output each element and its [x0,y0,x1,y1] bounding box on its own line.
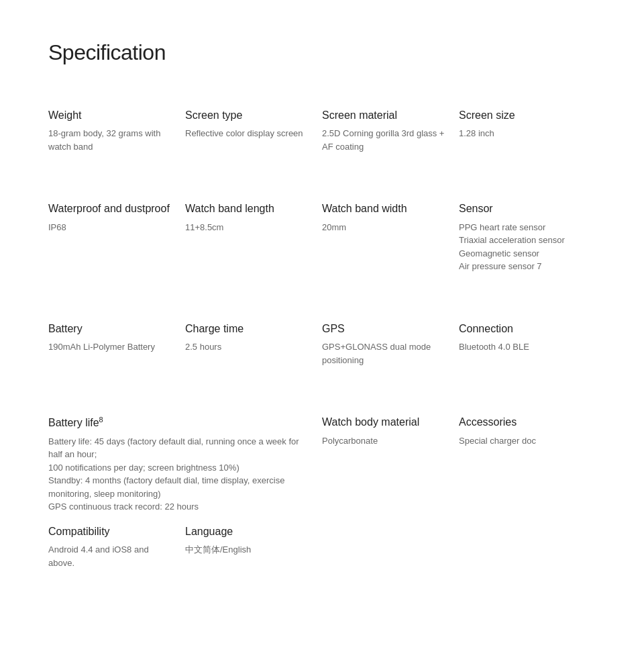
spec-band-width-value: 20mm [322,221,448,234]
spec-weight: Weight 18-gram body, 32 grams with watch… [48,97,185,169]
spec-screen-type: Screen type Reflective color display scr… [185,97,322,169]
spec-screen-type-label: Screen type [185,108,311,123]
spec-watch-material-value: Polycarbonate [322,434,448,448]
spec-row-2: Waterproof and dustproof IP68 Watch band… [48,191,596,289]
spec-weight-label: Weight [48,108,174,123]
spec-charge-time-label: Charge time [185,322,311,336]
spec-row-1: Weight 18-gram body, 32 grams with watch… [48,97,596,169]
spec-waterproof-label: Waterproof and dustproof [48,201,174,216]
spec-band-length-label: Watch band length [185,201,311,216]
spec-sensor-value-3: Geomagnetic sensor [459,247,585,260]
spec-battery-label: Battery [48,322,174,336]
spec-band-width-label: Watch band width [322,201,448,216]
spec-sensor: Sensor PPG heart rate sensor Triaxial ac… [459,191,596,289]
spec-weight-value: 18-gram body, 32 grams with watch band [48,127,174,153]
spec-watch-material-label: Watch body material [322,415,448,430]
spec-charge-time: Charge time 2.5 hours [185,311,322,383]
spec-accessories: Accessories Special charger doc [459,404,596,519]
spec-band-length-value: 11+8.5cm [185,221,311,234]
spec-connection-value: Bluetooth 4.0 BLE [459,340,585,354]
spec-language-value: 中文简体/English [185,543,311,557]
spec-accessories-label: Accessories [459,415,585,430]
spec-screen-material: Screen material 2.5D Corning gorilla 3rd… [322,97,459,169]
spec-screen-size-value: 1.28 inch [459,127,585,140]
spec-screen-type-value: Reflective color display screen [185,127,311,140]
spec-sensor-values: PPG heart rate sensor Triaxial accelerat… [459,221,585,273]
spec-sensor-value-2: Triaxial acceleration sensor [459,234,585,247]
spec-watch-material: Watch body material Polycarbonate [322,404,459,519]
spec-sensor-value-1: PPG heart rate sensor [459,221,585,234]
spec-connection-label: Connection [459,322,585,336]
spec-battery-life: Battery life8 Battery life: 45 days (fac… [48,404,322,519]
spec-compatibility-label: Compatibility [48,524,174,539]
spec-sensor-label: Sensor [459,201,585,216]
spec-gps-label: GPS [322,322,448,336]
spec-language-label: Language [185,524,311,539]
spec-connection: Connection Bluetooth 4.0 BLE [459,311,596,383]
spec-screen-material-label: Screen material [322,108,448,123]
spec-sensor-value-4: Air pressure sensor 7 [459,260,585,273]
spec-screen-material-value: 2.5D Corning gorilla 3rd glass + AF coat… [322,127,448,153]
spec-compatibility-row: Compatibility Android 4.4 and iOS8 and a… [48,524,596,575]
spec-language: Language 中文简体/English [185,524,322,575]
spec-band-width: Watch band width 20mm [322,191,459,289]
spec-waterproof-value: IP68 [48,221,174,234]
spec-screen-size: Screen size 1.28 inch [459,97,596,169]
spec-compatibility-value: Android 4.4 and iOS8 and above. [48,543,174,569]
spec-battery: Battery 190mAh Li-Polymer Battery [48,311,185,383]
spec-gps: GPS GPS+GLONASS dual mode positioning [322,311,459,383]
spec-waterproof: Waterproof and dustproof IP68 [48,191,185,289]
spec-battery-life-value-1: Battery life: 45 days (factory default d… [48,435,311,461]
spec-battery-life-value-2: 100 notifications per day; screen bright… [48,461,311,475]
spec-battery-value: 190mAh Li-Polymer Battery [48,340,174,354]
spec-screen-size-label: Screen size [459,108,585,123]
spec-row-3: Battery 190mAh Li-Polymer Battery Charge… [48,311,596,383]
spec-band-length: Watch band length 11+8.5cm [185,191,322,289]
spec-battery-life-row: Battery life8 Battery life: 45 days (fac… [48,404,596,519]
page-title: Specification [48,40,596,65]
spec-accessories-value: Special charger doc [459,434,585,448]
spec-battery-life-label: Battery life8 [48,415,311,431]
spec-battery-life-value-4: GPS continuous track record: 22 hours [48,500,311,514]
spec-gps-value: GPS+GLONASS dual mode positioning [322,340,448,367]
spec-charge-time-value: 2.5 hours [185,340,311,354]
spec-battery-life-value-3: Standby: 4 months (factory default dial,… [48,474,311,500]
spec-compatibility: Compatibility Android 4.4 and iOS8 and a… [48,524,185,575]
